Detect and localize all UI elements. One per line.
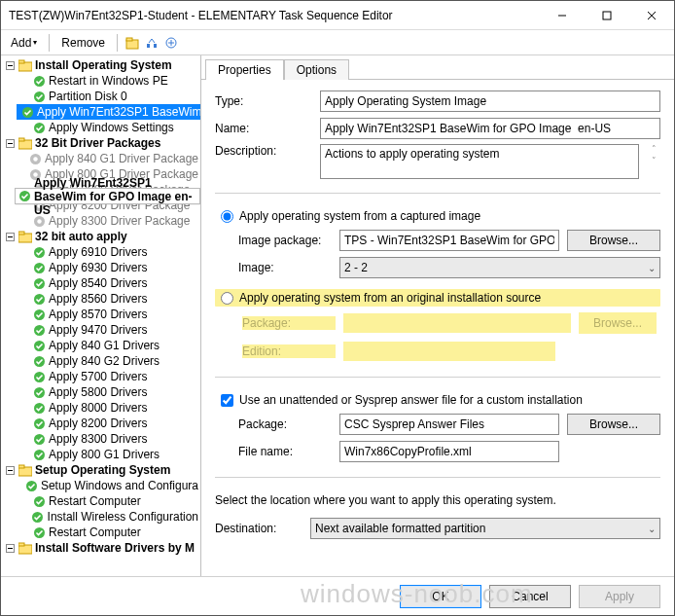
tree-item[interactable]: Partition Disk 0: [17, 89, 200, 104]
divider: [215, 193, 660, 194]
tree-item[interactable]: Apply 8540 Drivers: [17, 275, 200, 291]
tree-item[interactable]: Apply 840 G1 Drivers: [17, 338, 200, 353]
tree-group[interactable]: Install Software Drivers by M: [3, 540, 200, 556]
status-icon: [32, 401, 46, 415]
tree-group-label: 32 bit auto apply: [35, 230, 127, 243]
tree-item[interactable]: Install Wireless Configuration: [17, 509, 200, 525]
tree-item[interactable]: Apply 840 G1 Driver Package: [17, 151, 200, 166]
name-label: Name:: [215, 122, 312, 135]
remove-button[interactable]: Remove: [55, 34, 111, 52]
minimize-icon: [557, 11, 567, 20]
tree-item[interactable]: Apply 6930 Drivers: [17, 260, 200, 275]
ok-button[interactable]: OK: [400, 585, 481, 608]
cancel-button[interactable]: Cancel: [489, 585, 571, 608]
tree-item-label: Install Wireless Configuration: [48, 510, 198, 524]
tree-item-label: Restart Computer: [49, 494, 141, 508]
folder-icon: [18, 58, 32, 72]
status-icon: [32, 292, 46, 306]
tree-item[interactable]: Apply Win7Ent32SP1 BaseWim: [17, 104, 200, 120]
remove-label: Remove: [61, 36, 105, 50]
svg-rect-32: [18, 232, 24, 235]
expander-icon[interactable]: [5, 543, 16, 554]
tree-item-label: Restart in Windows PE: [49, 74, 168, 88]
name-field[interactable]: [320, 118, 660, 139]
expander-icon[interactable]: [5, 232, 16, 242]
tree-item[interactable]: Restart Computer: [17, 525, 200, 540]
unattended-label: Use an unattended or Sysprep answer file…: [239, 393, 583, 407]
close-button[interactable]: [629, 1, 674, 29]
tree-group[interactable]: Install Operating System: [3, 57, 200, 73]
tree-item[interactable]: Apply 840 G2 Drivers: [17, 353, 200, 369]
status-icon: [32, 354, 46, 368]
tree-item[interactable]: Setup Windows and Configura: [17, 478, 200, 493]
svg-point-28: [37, 219, 41, 223]
tree-item[interactable]: Apply 5800 Drivers: [17, 384, 200, 400]
tree-item[interactable]: Restart in Windows PE: [17, 73, 200, 89]
image-select[interactable]: 2 - 2 ⌄: [339, 257, 660, 278]
tree-item-label: Apply 8200 Drivers: [49, 417, 147, 430]
move-up-button[interactable]: [143, 34, 160, 52]
right-panel: Properties Options Type: Name: Descripti…: [201, 55, 674, 576]
tree-item-label: Partition Disk 0: [49, 90, 127, 103]
radio-install-source-input[interactable]: [221, 292, 233, 305]
toolbar-separator: [49, 34, 50, 52]
browse-package-disabled: Browse...: [579, 312, 657, 334]
folder-icon: [18, 541, 32, 555]
window-title: TEST(ZW)Win7Ent32SP1-Student - ELEMENTAR…: [9, 9, 393, 22]
minimize-button[interactable]: [540, 1, 585, 29]
tree-item-label: Apply 8570 Drivers: [49, 308, 147, 321]
tree-item[interactable]: Apply 800 G1 Drivers: [17, 447, 200, 462]
tree-item[interactable]: Apply 8000 Drivers: [17, 400, 200, 416]
tree-group-label: Install Operating System: [35, 58, 172, 72]
tree-item[interactable]: Apply Windows Settings: [17, 120, 200, 135]
folder-icon: [18, 136, 32, 150]
unattended-checkbox[interactable]: [221, 394, 233, 407]
expander-icon[interactable]: [5, 138, 16, 149]
radio-captured-input[interactable]: [221, 210, 233, 223]
tree-item[interactable]: Apply 6910 Drivers: [17, 244, 200, 260]
tree-item[interactable]: Apply 8560 Drivers: [17, 291, 200, 307]
file-name-field[interactable]: [339, 441, 559, 462]
tree-item[interactable]: Apply 5700 Drivers: [17, 369, 200, 384]
tab-strip: Properties Options: [201, 55, 674, 79]
tab-options[interactable]: Options: [284, 59, 349, 80]
tree-item-label: Apply 6930 Drivers: [49, 261, 147, 274]
description-field[interactable]: Actions to apply operating system: [320, 144, 639, 179]
destination-select[interactable]: Next available formatted partition ⌄: [310, 518, 660, 539]
close-icon: [647, 11, 657, 20]
tree-item[interactable]: Apply 8300 Drivers: [17, 431, 200, 447]
tree-item-label: Setup Windows and Configura: [41, 479, 198, 492]
expander-icon[interactable]: [5, 60, 16, 71]
radio-install-source[interactable]: Apply operating system from an original …: [215, 289, 660, 307]
tree-item-label: Apply 9470 Drivers: [49, 323, 147, 337]
tree-item[interactable]: Apply 8570 Drivers: [17, 307, 200, 322]
apply-button: Apply: [579, 585, 660, 608]
unattended-checkbox-row[interactable]: Use an unattended or Sysprep answer file…: [215, 391, 660, 409]
radio-captured-image[interactable]: Apply operating system from a captured i…: [215, 207, 660, 225]
status-icon: [32, 417, 46, 430]
tree-item-label: Apply 840 G2 Drivers: [49, 354, 160, 368]
browse-image-package-button[interactable]: Browse...: [567, 230, 660, 251]
scroll-down-icon[interactable]: ˅: [647, 156, 660, 165]
tree-group[interactable]: 32 bit auto apply: [3, 229, 200, 244]
status-icon: [25, 479, 38, 492]
expander-icon[interactable]: [5, 465, 16, 476]
tab-properties[interactable]: Properties: [205, 59, 284, 80]
tree-item-label: Apply 5800 Drivers: [49, 385, 147, 399]
destination-heading: Select the location where you want to ap…: [215, 491, 660, 513]
tree-group[interactable]: Setup Operating System: [3, 462, 200, 478]
status-icon: [32, 74, 46, 88]
status-icon: [32, 448, 46, 461]
task-tree-panel[interactable]: Install Operating SystemRestart in Windo…: [1, 55, 201, 576]
tree-item[interactable]: Apply 8200 Drivers: [17, 416, 200, 431]
add-button[interactable]: Add ▾: [5, 34, 43, 52]
tree-item[interactable]: Restart Computer: [17, 493, 200, 509]
move-down-button[interactable]: [162, 34, 180, 52]
tree-group-label: 32 Bit Driver Packages: [35, 136, 160, 150]
maximize-button[interactable]: [585, 1, 629, 29]
scroll-up-icon[interactable]: ˄: [647, 144, 660, 154]
new-group-button[interactable]: [124, 34, 141, 52]
tree-group[interactable]: 32 Bit Driver Packages: [3, 135, 200, 151]
browse-answer-package-button[interactable]: Browse...: [567, 414, 660, 435]
tree-item[interactable]: Apply 9470 Drivers: [17, 322, 200, 338]
